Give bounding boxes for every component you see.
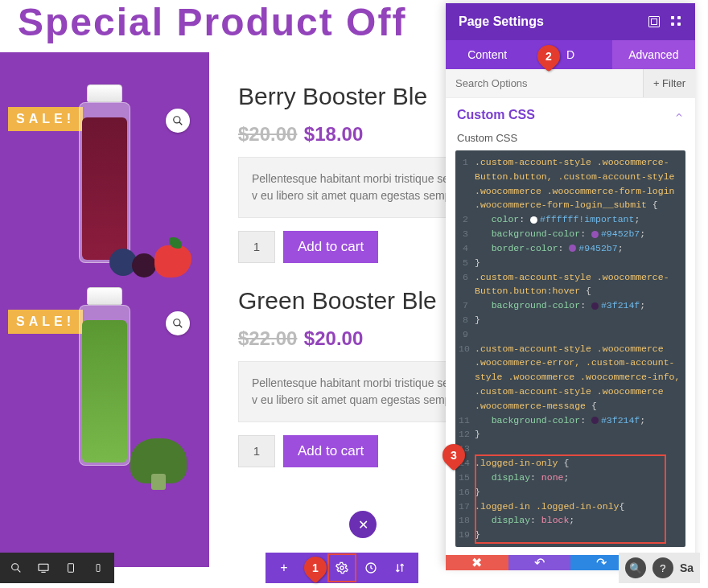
close-fab[interactable]: ✕: [349, 511, 377, 538]
svg-point-0: [174, 117, 180, 123]
code-line: 1.custom-account-style .woocommerce-Butt…: [459, 155, 685, 212]
svg-point-10: [340, 566, 344, 569]
zoom-button[interactable]: [166, 311, 190, 335]
code-line: 14.logged-in-only {: [459, 456, 685, 471]
svg-rect-8: [68, 564, 74, 573]
code-line: 17.logged-in .logged-in-only{: [459, 500, 685, 514]
magnifier-icon: [172, 115, 183, 126]
product-sidebar: SALE! SALE!: [0, 52, 209, 567]
gear-icon: [335, 561, 348, 574]
code-line: 12}: [459, 427, 685, 442]
undo-button[interactable]: ↶: [508, 555, 571, 570]
expand-icon[interactable]: [648, 16, 660, 27]
desktop-icon[interactable]: [35, 560, 51, 576]
code-line: 2 color: #ffffff!important;: [459, 212, 685, 227]
section-custom-css[interactable]: Custom CSS: [446, 98, 695, 132]
svg-line-1: [179, 122, 183, 125]
zoom-tool-icon[interactable]: [8, 560, 24, 576]
svg-line-5: [17, 569, 20, 572]
settings-title: Page Settings: [459, 14, 544, 29]
code-line: 3 background-color: #9452b7;: [459, 227, 685, 241]
save-button[interactable]: Sa: [680, 561, 694, 574]
svg-rect-6: [39, 564, 48, 570]
code-line: 13: [459, 442, 685, 456]
product-image: [64, 84, 145, 269]
viewport-rail: [0, 553, 114, 583]
history-button[interactable]: [357, 554, 385, 582]
code-line: 5}: [459, 256, 685, 270]
tab-advanced[interactable]: Advanced: [612, 40, 695, 69]
code-line: 11 background-color: #3f214f;: [459, 413, 685, 428]
price-new: $20.00: [304, 327, 363, 349]
settings-panel: Page Settings Content D Advanced + Filte…: [446, 3, 695, 566]
svg-rect-9: [97, 565, 100, 572]
chevron-up-icon: [674, 110, 684, 120]
grid-icon[interactable]: [671, 16, 682, 27]
price-new: $18.00: [304, 123, 363, 145]
price-old: $22.00: [238, 327, 297, 349]
builder-rail: + ✎: [266, 553, 418, 583]
css-editor[interactable]: 1.custom-account-style .woocommerce-Butt…: [455, 150, 685, 547]
sort-button[interactable]: [386, 554, 414, 582]
code-line: 15 display: none;: [459, 471, 685, 485]
magnifier-icon: [172, 318, 183, 329]
add-to-cart-button[interactable]: Add to cart: [283, 231, 378, 263]
price-old: $20.00: [238, 123, 297, 145]
delete-button[interactable]: ✖: [446, 555, 508, 570]
code-line: 18 display: block;: [459, 513, 685, 528]
phone-icon[interactable]: [90, 560, 106, 576]
add-button[interactable]: +: [270, 554, 298, 582]
filter-button[interactable]: + Filter: [643, 69, 695, 97]
page-settings-button[interactable]: [328, 554, 356, 582]
code-line: 16}: [459, 485, 685, 500]
product-image: [64, 287, 145, 472]
code-line: 7 background-color: #3f214f;: [459, 298, 685, 313]
code-line: 19}: [459, 528, 685, 542]
svg-point-2: [174, 319, 180, 326]
search-input[interactable]: [446, 69, 643, 97]
tab-content[interactable]: Content: [446, 40, 529, 69]
sort-icon: [393, 561, 406, 574]
quantity-input[interactable]: 1: [238, 435, 275, 467]
code-line: 9: [459, 327, 685, 342]
product-card: SALE!: [13, 84, 196, 269]
save-rail: 🔍 ? Sa: [619, 553, 700, 583]
field-label: Custom CSS: [446, 132, 695, 150]
clock-icon: [364, 561, 377, 574]
product-card: SALE!: [13, 287, 196, 472]
quantity-input[interactable]: 1: [238, 231, 275, 263]
search-row: + Filter: [446, 69, 695, 98]
settings-header: Page Settings: [446, 3, 695, 40]
code-line: 10.custom-account-style .woocommerce .wo…: [459, 342, 685, 413]
code-line: 4 border-color: #9452b7;: [459, 241, 685, 256]
zoom-button[interactable]: [166, 109, 190, 133]
add-to-cart-button[interactable]: Add to cart: [283, 435, 378, 467]
help-icon[interactable]: ?: [652, 557, 673, 578]
code-line: 6.custom-account-style .woocommerce-Butt…: [459, 270, 685, 299]
search-page-icon[interactable]: 🔍: [625, 557, 646, 578]
svg-line-3: [179, 325, 183, 328]
tablet-icon[interactable]: [63, 560, 79, 576]
code-line: 8}: [459, 313, 685, 327]
section-label: Custom CSS: [457, 108, 535, 122]
settings-tabs: Content D Advanced: [446, 40, 695, 69]
